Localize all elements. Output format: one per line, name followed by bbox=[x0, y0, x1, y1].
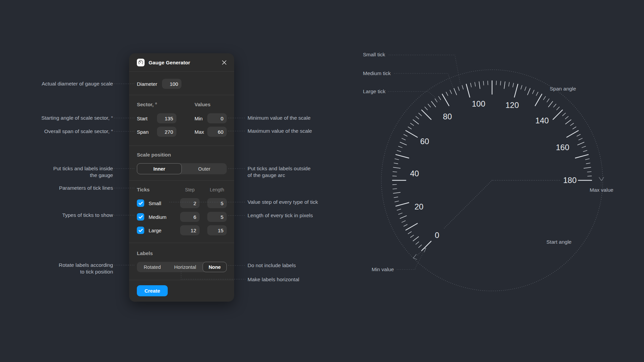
medium-tick-label: Medium bbox=[149, 214, 166, 220]
small-tick-mark bbox=[525, 87, 526, 90]
small-tick-mark bbox=[496, 81, 496, 85]
annotation-tick-length: Length of every tick in pixels bbox=[248, 212, 313, 219]
small-tick-mark bbox=[450, 90, 452, 94]
labels-segmented-control: Rotated Horizontal None bbox=[137, 262, 227, 272]
small-tick-mark bbox=[398, 213, 402, 215]
start-angle-input[interactable]: 135 bbox=[157, 113, 176, 123]
canvas: Gauge Generator Diameter 100 Sector, ° V… bbox=[0, 0, 644, 362]
large-tick-mark bbox=[406, 131, 418, 137]
diameter-label: Diameter bbox=[137, 81, 162, 87]
values-header: Values bbox=[195, 101, 227, 108]
small-tick-checkbox[interactable] bbox=[137, 199, 144, 207]
small-tick-mark bbox=[425, 107, 427, 110]
small-tick-mark bbox=[419, 245, 422, 248]
small-tick-mark bbox=[402, 138, 406, 140]
segment-none[interactable]: None bbox=[203, 262, 227, 272]
segment-outer[interactable]: Outer bbox=[182, 163, 227, 174]
sector-values-section: Sector, ° Values Start 135 Min 0 Span 27… bbox=[129, 95, 234, 145]
small-step-input[interactable]: 2 bbox=[180, 198, 200, 208]
span-angle-input[interactable]: 270 bbox=[157, 127, 176, 137]
diameter-input[interactable]: 100 bbox=[162, 79, 181, 89]
large-tick-mark bbox=[422, 110, 431, 119]
small-tick-mark bbox=[543, 97, 546, 100]
large-step-input[interactable]: 12 bbox=[180, 225, 200, 235]
min-value-input[interactable]: 0 bbox=[207, 113, 227, 123]
small-tick-mark bbox=[573, 127, 576, 129]
segment-rotated[interactable]: Rotated bbox=[137, 262, 168, 272]
ticks-header: Ticks bbox=[137, 186, 180, 193]
gauge-value-label: 120 bbox=[504, 100, 520, 110]
small-tick-mark bbox=[565, 116, 568, 119]
gauge-plugin-icon bbox=[137, 59, 145, 66]
medium-length-input[interactable]: 5 bbox=[207, 212, 227, 222]
small-tick-mark bbox=[435, 99, 437, 102]
small-tick-mark bbox=[547, 99, 549, 102]
small-tick-mark bbox=[583, 150, 587, 152]
step-column-header: Step bbox=[180, 186, 200, 193]
gauge-value-label: 80 bbox=[442, 112, 453, 122]
segment-horizontal[interactable]: Horizontal bbox=[168, 262, 203, 272]
gauge-value-label: 100 bbox=[471, 99, 487, 109]
small-tick-mark bbox=[475, 82, 475, 86]
small-tick-mark bbox=[416, 242, 419, 244]
small-tick-mark bbox=[411, 123, 414, 126]
max-value-input[interactable]: 60 bbox=[207, 127, 227, 137]
gauge-value-label: 180 bbox=[562, 175, 578, 185]
small-tick-mark bbox=[557, 107, 559, 110]
small-tick-mark bbox=[419, 113, 422, 116]
small-tick-mark bbox=[483, 81, 484, 85]
small-tick-mark bbox=[471, 83, 472, 87]
annotation-maximum-value: Maximum value of the scale bbox=[248, 128, 312, 134]
annotation-start-angle: Start angle bbox=[546, 239, 572, 245]
medium-tick-checkbox[interactable] bbox=[137, 213, 144, 221]
medium-step-input[interactable]: 6 bbox=[180, 212, 200, 222]
create-button[interactable]: Create bbox=[137, 285, 168, 296]
small-tick-mark bbox=[395, 201, 399, 202]
small-tick-mark bbox=[428, 104, 431, 107]
medium-tick-mark bbox=[393, 192, 400, 193]
gauge-arrowheads bbox=[413, 177, 604, 259]
small-tick-mark bbox=[446, 92, 448, 96]
gauge-illustration bbox=[0, 0, 644, 362]
small-tick-mark bbox=[395, 159, 399, 160]
annotation-max-value: Max value bbox=[590, 187, 613, 193]
small-tick-mark bbox=[394, 197, 398, 198]
small-length-input[interactable]: 5 bbox=[207, 198, 227, 208]
segment-inner[interactable]: Inner bbox=[137, 163, 182, 174]
medium-tick-mark bbox=[566, 120, 571, 124]
annotation-min-value: Min value bbox=[372, 266, 394, 273]
medium-tick-mark bbox=[393, 167, 400, 168]
gauge-value-label: 60 bbox=[419, 136, 431, 146]
span-label: Span bbox=[137, 129, 157, 135]
large-tick-checkbox[interactable] bbox=[137, 227, 144, 234]
labels-header: Labels bbox=[137, 250, 229, 257]
small-tick-mark bbox=[458, 87, 459, 90]
small-tick-mark bbox=[402, 221, 406, 222]
scale-position-segmented-control: Inner Outer bbox=[137, 163, 227, 174]
large-tick-mark bbox=[466, 84, 470, 97]
medium-tick-mark bbox=[528, 88, 530, 95]
small-tick-mark bbox=[462, 85, 464, 89]
max-label: Max bbox=[195, 129, 207, 135]
small-tick-mark bbox=[393, 189, 397, 189]
gauge-value-label: 40 bbox=[409, 169, 421, 179]
medium-tick-mark bbox=[584, 167, 591, 168]
small-tick-row: Small bbox=[137, 198, 180, 208]
medium-tick-mark bbox=[548, 101, 553, 107]
small-tick-mark bbox=[562, 113, 566, 116]
sector-header: Sector, ° bbox=[137, 101, 176, 108]
small-tick-mark bbox=[404, 134, 408, 136]
small-tick-mark bbox=[438, 97, 441, 100]
close-icon[interactable] bbox=[221, 59, 227, 66]
large-tick-mark bbox=[396, 155, 409, 158]
large-length-input[interactable]: 15 bbox=[207, 225, 227, 235]
small-tick-mark bbox=[579, 138, 582, 140]
annotation-minimum-value: Minimum value of the scale bbox=[248, 115, 311, 121]
annotation-value-step: Value step of every type of tick bbox=[248, 199, 318, 205]
medium-tick-mark bbox=[578, 142, 584, 145]
small-tick-mark bbox=[588, 176, 592, 176]
small-tick-mark bbox=[500, 81, 501, 85]
start-label: Start bbox=[137, 116, 157, 121]
large-tick-label: Large bbox=[149, 228, 161, 233]
medium-tick-mark bbox=[504, 82, 505, 89]
